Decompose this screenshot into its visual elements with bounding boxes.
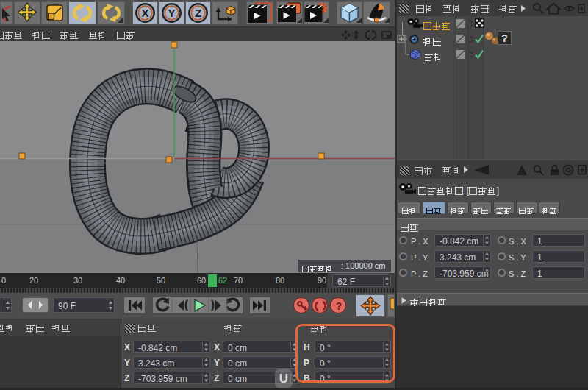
svg-text:Z: Z — [195, 7, 201, 19]
svg-text:Y: Y — [168, 7, 175, 19]
svg-text:X: X — [141, 7, 148, 19]
